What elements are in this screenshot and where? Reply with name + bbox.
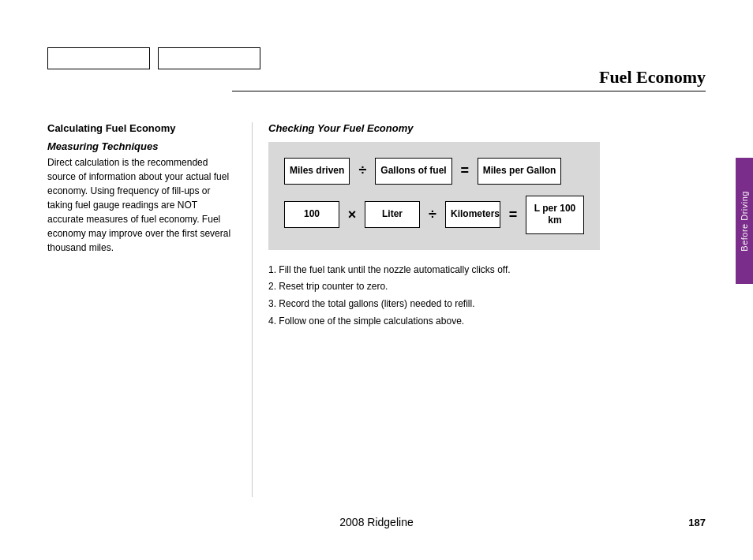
- formula-cell-miles-driven: Miles driven: [284, 158, 350, 185]
- title-rule: [232, 91, 706, 91]
- formula-op-divide-1: ÷: [356, 162, 369, 179]
- formula-row-2: 100 × Liter ÷ Kilometers = L per 100 km: [284, 196, 584, 234]
- step-2: 2. Reset trip counter to zero.: [268, 278, 706, 296]
- page-title: Fuel Economy: [232, 67, 706, 88]
- checking-title: Checking Your Fuel Economy: [268, 122, 706, 134]
- top-nav: [47, 47, 260, 69]
- measuring-title: Measuring Techniques: [47, 140, 236, 152]
- left-section-heading: Calculating Fuel Economy: [47, 122, 236, 134]
- nav-button-1[interactable]: [47, 47, 150, 69]
- formula-op-divide-2: ÷: [426, 207, 439, 223]
- formula-cell-l100km: L per 100 km: [526, 196, 584, 234]
- step-3: 3. Record the total gallons (liters) nee…: [268, 296, 706, 313]
- formula-op-equals-1: =: [459, 162, 471, 179]
- formula-cell-100: 100: [284, 201, 339, 228]
- left-body-text: Direct calculation is the recommended so…: [47, 155, 236, 255]
- main-content: Calculating Fuel Economy Measuring Techn…: [47, 122, 706, 497]
- side-tab: Before Driving: [736, 158, 753, 284]
- step-4: 4. Follow one of the simple calculations…: [268, 313, 706, 330]
- steps-list: 1. Fill the fuel tank until the nozzle a…: [268, 262, 706, 330]
- side-tab-label: Before Driving: [740, 191, 749, 252]
- formula-row-1: Miles driven ÷ Gallons of fuel = Miles p…: [284, 158, 584, 185]
- formula-cell-kilometers: Kilometers: [445, 201, 500, 228]
- footer: 2008 Ridgeline: [0, 516, 753, 528]
- page-title-area: Fuel Economy: [232, 67, 706, 91]
- nav-button-2[interactable]: [158, 47, 260, 69]
- formula-box: Miles driven ÷ Gallons of fuel = Miles p…: [268, 142, 600, 250]
- step-1: 1. Fill the fuel tank until the nozzle a…: [268, 262, 706, 279]
- right-column: Checking Your Fuel Economy Miles driven …: [253, 122, 706, 497]
- formula-op-multiply: ×: [346, 207, 358, 223]
- formula-cell-mpg: Miles per Gallon: [478, 158, 562, 185]
- formula-cell-liter: Liter: [365, 201, 420, 228]
- left-column: Calculating Fuel Economy Measuring Techn…: [47, 122, 253, 497]
- formula-cell-gallons: Gallons of fuel: [375, 158, 451, 185]
- formula-op-equals-2: =: [507, 207, 519, 223]
